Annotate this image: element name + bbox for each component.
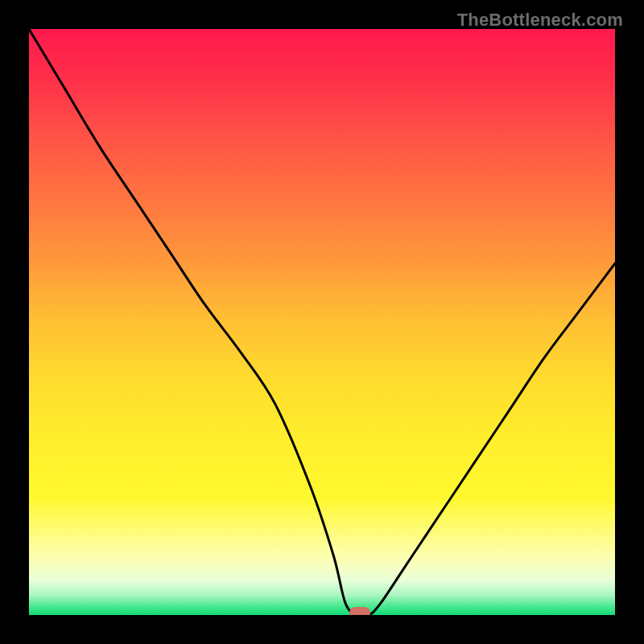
chart-frame: TheBottleneck.com: [0, 0, 644, 644]
plot-area: [29, 29, 615, 615]
bottleneck-curve: [29, 29, 615, 615]
watermark-text: TheBottleneck.com: [457, 10, 623, 31]
optimal-marker: [349, 607, 370, 615]
